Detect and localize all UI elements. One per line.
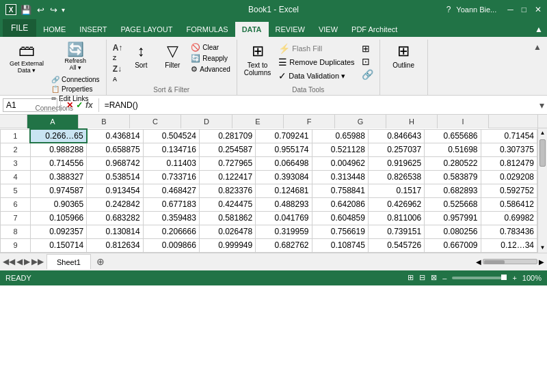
normal-view-button[interactable]: ⊞ [408,273,414,282]
horizontal-scrollbar[interactable]: ◀ ▶ [476,258,544,266]
cell-A6[interactable]: 0.90365 [30,197,86,211]
cell-C2[interactable]: 0.134716 [143,143,199,156]
zoom-slider[interactable] [452,277,507,279]
cell-G1[interactable]: 0.846643 [368,129,424,143]
sort-az-button[interactable]: A↑Z [111,42,125,63]
cell-E8[interactable]: 0.319959 [256,225,312,238]
formula-input[interactable] [102,100,539,110]
cell-I7[interactable]: 0.69982 [481,211,537,225]
cell-F9[interactable]: 0.108745 [312,238,368,252]
cell-A4[interactable]: 0.388327 [30,170,86,184]
scroll-up-button[interactable]: ▲ [538,128,547,138]
cell-E3[interactable]: 0.066498 [256,156,312,170]
nav-first-button[interactable]: ◀◀ [3,257,15,266]
cell-D3[interactable]: 0.727965 [199,156,255,170]
tab-data[interactable]: DATA [235,22,269,37]
cell-D9[interactable]: 0.999949 [199,238,255,252]
zoom-thumb[interactable] [501,275,507,280]
tab-view[interactable]: VIEW [312,22,345,37]
cell-E2[interactable]: 0.955174 [256,143,312,156]
cell-I3[interactable]: 0.812479 [481,156,537,170]
customize-qat-button[interactable]: ▾ [62,6,65,14]
cell-G3[interactable]: 0.919625 [368,156,424,170]
cell-H4[interactable]: 0.583879 [425,170,481,184]
cell-D7[interactable]: 0.581862 [199,211,255,225]
cell-C7[interactable]: 0.359483 [143,211,199,225]
connections-button[interactable]: 🔗 Connections [49,75,102,84]
cell-A9[interactable]: 0.150714 [30,238,86,252]
cell-D8[interactable]: 0.026478 [199,225,255,238]
cell-A5[interactable]: 0.974587 [30,184,86,197]
cell-A3[interactable]: 0.714556 [30,156,86,170]
minimize-button[interactable]: ─ [507,5,513,14]
data-validation-button[interactable]: ✓ Data Validation ▾ [276,70,356,82]
filter-button[interactable]: ▽ Filter [157,41,187,70]
col-header-e[interactable]: E [232,115,284,128]
flash-fill-button[interactable]: ⚡ Flash Fill [276,42,356,55]
col-header-c[interactable]: C [130,115,181,128]
cell-E9[interactable]: 0.682762 [256,238,312,252]
cell-B1[interactable]: 0.436814 [87,129,143,143]
scroll-thumb[interactable] [539,139,546,167]
cell-I6[interactable]: 0.586412 [481,197,537,211]
cell-B2[interactable]: 0.658875 [87,143,143,156]
cell-F3[interactable]: 0.004962 [312,156,368,170]
cell-I9[interactable]: 0.12…34 [481,238,537,252]
cell-D6[interactable]: 0.424475 [199,197,255,211]
cell-G2[interactable]: 0.257037 [368,143,424,156]
cell-F6[interactable]: 0.642086 [312,197,368,211]
col-header-i[interactable]: I [438,115,489,128]
cell-H6[interactable]: 0.525668 [425,197,481,211]
cell-B9[interactable]: 0.812634 [87,238,143,252]
cell-A7[interactable]: 0.105966 [30,211,86,225]
hscroll-track[interactable] [483,259,537,264]
tab-page-layout[interactable]: PAGE LAYOUT [114,22,179,37]
cell-C3[interactable]: 0.11403 [143,156,199,170]
hscroll-thumb[interactable] [484,260,505,264]
cell-A2[interactable]: 0.988288 [30,143,86,156]
text-to-columns-button[interactable]: ⊞ Text toColumns [241,41,274,78]
what-if-button[interactable]: ⊡ [360,55,375,68]
cell-G8[interactable]: 0.739151 [368,225,424,238]
tab-review[interactable]: REVIEW [269,22,312,37]
tab-home[interactable]: HOME [36,22,72,37]
remove-duplicates-button[interactable]: ☰ Remove Duplicates [276,56,356,68]
cell-C9[interactable]: 0.009866 [143,238,199,252]
cell-D4[interactable]: 0.122417 [199,170,255,184]
name-box[interactable]: A1 [3,98,57,112]
cell-F8[interactable]: 0.756619 [312,225,368,238]
nav-prev-button[interactable]: ◀ [16,257,23,266]
cell-C4[interactable]: 0.733716 [143,170,199,184]
col-header-b[interactable]: B [79,115,130,128]
cell-G7[interactable]: 0.811006 [368,211,424,225]
col-header-g[interactable]: G [335,115,386,128]
col-header-d[interactable]: D [181,115,232,128]
cell-B7[interactable]: 0.683282 [87,211,143,225]
nav-next-button[interactable]: ▶ [24,257,30,266]
cell-H5[interactable]: 0.682893 [425,184,481,197]
cell-C6[interactable]: 0.677183 [143,197,199,211]
cell-E1[interactable]: 0.709241 [256,129,312,143]
col-header-h[interactable]: H [386,115,438,128]
vertical-scrollbar[interactable]: ▲ ▼ [537,128,547,253]
cell-E7[interactable]: 0.041769 [256,211,312,225]
nav-last-button[interactable]: ▶▶ [31,257,44,266]
consolidate-button[interactable]: ⊞ [360,42,375,55]
get-external-data-button[interactable]: 🗃 Get ExternalData ▾ [7,41,46,75]
cell-I5[interactable]: 0.592752 [481,184,537,197]
insert-function-button[interactable]: fx [85,100,93,110]
cell-B3[interactable]: 0.968742 [87,156,143,170]
cell-H1[interactable]: 0.655686 [425,129,481,143]
tab-insert[interactable]: INSERT [72,22,114,37]
cell-D2[interactable]: 0.254587 [199,143,255,156]
cell-I4[interactable]: 0.029208 [481,170,537,184]
cell-D5[interactable]: 0.823376 [199,184,255,197]
zoom-minus-button[interactable]: – [442,274,446,282]
relationships-button[interactable]: 🔗 [360,68,375,81]
cell-F5[interactable]: 0.758841 [312,184,368,197]
cell-H3[interactable]: 0.280522 [425,156,481,170]
undo-button[interactable]: ↩ [37,5,44,15]
redo-button[interactable]: ↪ [50,5,57,15]
maximize-button[interactable]: □ [522,5,526,14]
add-sheet-button[interactable]: ⊕ [91,255,110,268]
